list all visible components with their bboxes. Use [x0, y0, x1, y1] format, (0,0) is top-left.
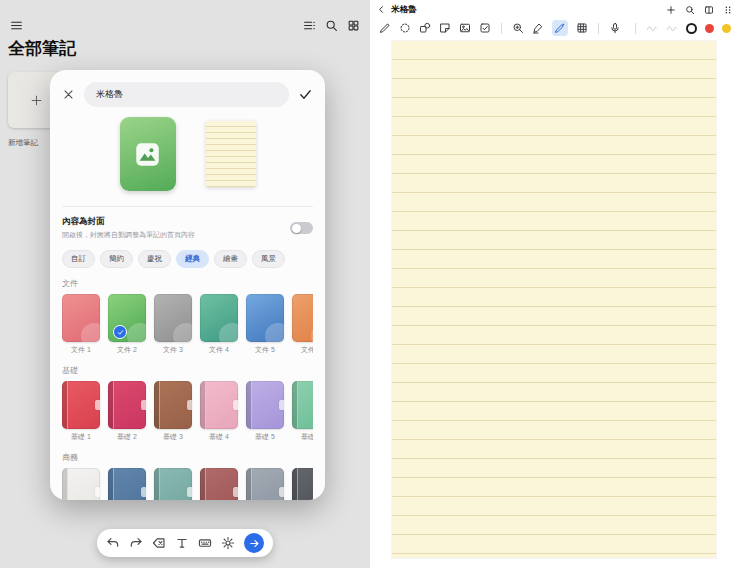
note-title: 米格魯 — [391, 4, 417, 16]
pen-icon[interactable] — [379, 22, 391, 34]
mic-icon[interactable] — [609, 22, 621, 34]
cover-option[interactable]: 商務 4 — [200, 468, 238, 500]
cover-option[interactable]: 基礎 3 — [154, 381, 192, 442]
section-label: 文件 — [62, 278, 313, 289]
cover-option[interactable]: 商務 6 — [292, 468, 313, 500]
redo-icon[interactable] — [129, 536, 143, 550]
content-as-cover-toggle[interactable] — [290, 222, 313, 234]
checkbox-icon[interactable] — [479, 22, 491, 34]
pen-color-red[interactable] — [705, 24, 714, 33]
undo-icon[interactable] — [106, 536, 120, 550]
category-chip[interactable]: 繪畫 — [214, 250, 247, 268]
plus-icon[interactable] — [666, 5, 676, 15]
category-chip[interactable]: 自訂 — [62, 250, 95, 268]
sticker-icon[interactable] — [439, 22, 451, 34]
category-chip[interactable]: 慶祝 — [138, 250, 171, 268]
category-chip[interactable]: 風景 — [252, 250, 285, 268]
cover-thumbnail — [62, 294, 100, 342]
cover-option[interactable]: 文件 4 — [200, 294, 238, 355]
cover-thumbnail — [62, 381, 100, 429]
toolbar-divider — [501, 23, 502, 34]
cover-preview-area — [62, 117, 313, 195]
smart-pen-icon[interactable] — [552, 20, 568, 36]
split-view-icon[interactable] — [704, 5, 714, 15]
cover-label: 基礎 2 — [108, 432, 146, 442]
cover-option[interactable]: 基礎 2 — [108, 381, 146, 442]
content-as-cover-row: 內容為封面 開啟後，封面將自動調整為筆記的首頁內容 — [62, 206, 313, 240]
dialog-header — [62, 82, 313, 107]
keyboard-icon[interactable] — [198, 536, 212, 550]
toolbar-divider — [635, 23, 636, 34]
toolbar-divider — [598, 23, 599, 34]
shape-icon[interactable] — [419, 22, 431, 34]
toggle-knob — [292, 224, 301, 233]
cover-thumbnail — [108, 294, 146, 342]
content-as-cover-label: 內容為封面 — [62, 216, 282, 228]
cover-label: 文件 3 — [154, 345, 192, 355]
cover-thumbnail — [246, 468, 284, 500]
category-chip[interactable]: 簡約 — [100, 250, 133, 268]
cover-thumbnail — [292, 468, 313, 500]
cover-option[interactable]: 商務 3 — [154, 468, 192, 500]
backspace-icon[interactable] — [152, 536, 166, 550]
note-title-input[interactable] — [84, 82, 289, 107]
editor-topbar: 米格魯 — [370, 0, 740, 17]
cover-section: 基礎基礎 1基礎 2基礎 3基礎 4基礎 5基礎 6 — [62, 365, 313, 442]
cover-option[interactable]: 文件 5 — [246, 294, 284, 355]
cover-section: 文件文件 1文件 2文件 3文件 4文件 5文件 6 — [62, 278, 313, 355]
pattern-icon[interactable] — [576, 22, 588, 34]
more-dots-icon[interactable] — [723, 5, 733, 15]
close-icon[interactable] — [62, 88, 75, 101]
category-chip[interactable]: 經典 — [176, 250, 209, 268]
cover-option[interactable]: 商務 5 — [246, 468, 284, 500]
cover-option[interactable]: 商務 2 — [108, 468, 146, 500]
content-as-cover-text: 內容為封面 開啟後，封面將自動調整為筆記的首頁內容 — [62, 216, 290, 240]
cover-option[interactable]: 文件 6 — [292, 294, 313, 355]
pen-color-yellow[interactable] — [722, 24, 731, 33]
image-icon[interactable] — [459, 22, 471, 34]
pen-color-black[interactable] — [686, 23, 697, 34]
search-icon[interactable] — [685, 5, 695, 15]
cover-option[interactable]: 基礎 1 — [62, 381, 100, 442]
cover-thumbnail — [246, 294, 284, 342]
app-root: 全部筆記 新增筆記 — [0, 0, 740, 568]
cover-label: 基礎 4 — [200, 432, 238, 442]
right-topbar-actions — [666, 5, 733, 15]
tools-right — [633, 22, 731, 34]
cover-option[interactable]: 商務 1 — [62, 468, 100, 500]
magnifier-icon[interactable] — [512, 22, 524, 34]
stroke-preview-icon[interactable] — [646, 22, 658, 34]
cover-option[interactable]: 文件 2 — [108, 294, 146, 355]
back-icon[interactable] — [377, 5, 386, 14]
cover-option[interactable]: 基礎 5 — [246, 381, 284, 442]
cover-thumbnail — [246, 381, 284, 429]
cover-label: 文件 1 — [62, 345, 100, 355]
cover-thumbnail — [154, 294, 192, 342]
cover-label: 基礎 6 — [292, 432, 313, 442]
cover-thumbnail — [292, 381, 313, 429]
note-paper[interactable] — [392, 41, 716, 558]
cover-option[interactable]: 文件 1 — [62, 294, 100, 355]
text-icon[interactable] — [175, 536, 189, 550]
notes-list-panel: 全部筆記 新增筆記 — [0, 0, 370, 568]
cover-thumbnail — [108, 468, 146, 500]
cover-label: 基礎 5 — [246, 432, 284, 442]
confirm-check-icon[interactable] — [298, 87, 313, 102]
lasso-icon[interactable] — [399, 22, 411, 34]
settings-icon[interactable] — [221, 536, 235, 550]
cover-thumbnail — [108, 381, 146, 429]
next-button[interactable] — [244, 533, 264, 553]
stroke-preview-icon[interactable] — [666, 22, 678, 34]
cover-option[interactable]: 基礎 6 — [292, 381, 313, 442]
cover-thumbnail — [200, 294, 238, 342]
cover-label: 文件 4 — [200, 345, 238, 355]
cover-option[interactable]: 文件 3 — [154, 294, 192, 355]
image-glyph-icon — [134, 141, 161, 168]
section-label: 商務 — [62, 452, 313, 463]
note-editor-panel: 米格魯 — [370, 0, 740, 568]
highlighter-icon[interactable] — [532, 22, 544, 34]
cover-option[interactable]: 基礎 4 — [200, 381, 238, 442]
first-page-preview — [206, 121, 256, 187]
cover-thumbnail — [292, 294, 313, 342]
cover-label: 文件 5 — [246, 345, 284, 355]
